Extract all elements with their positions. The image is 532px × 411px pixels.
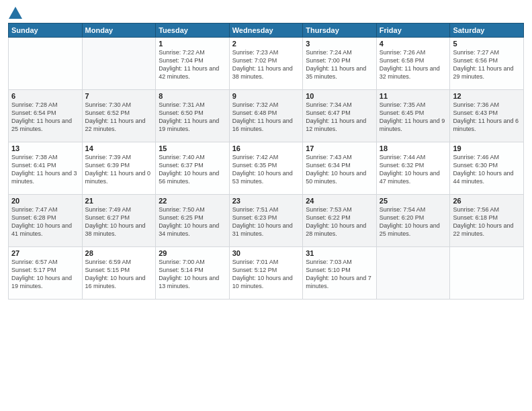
day-header-tuesday: Tuesday (156, 24, 230, 38)
week-row-5: 27Sunrise: 6:57 AM Sunset: 5:17 PM Dayli… (9, 247, 524, 300)
calendar-cell: 21Sunrise: 7:49 AM Sunset: 6:27 PM Dayli… (82, 195, 156, 247)
calendar-cell: 24Sunrise: 7:53 AM Sunset: 6:22 PM Dayli… (303, 195, 377, 247)
day-number: 16 (232, 144, 300, 152)
day-info: Sunrise: 6:59 AM Sunset: 5:15 PM Dayligh… (85, 258, 153, 291)
calendar-cell: 18Sunrise: 7:44 AM Sunset: 6:32 PM Dayli… (376, 142, 450, 195)
day-info: Sunrise: 7:35 AM Sunset: 6:45 PM Dayligh… (380, 101, 447, 134)
calendar-cell: 29Sunrise: 7:00 AM Sunset: 5:14 PM Dayli… (156, 247, 230, 300)
svg-marker-0 (9, 7, 22, 19)
calendar-cell: 19Sunrise: 7:46 AM Sunset: 6:30 PM Dayli… (450, 142, 524, 195)
days-header-row: SundayMondayTuesdayWednesdayThursdayFrid… (9, 24, 524, 38)
day-number: 14 (85, 144, 153, 152)
calendar-cell: 12Sunrise: 7:36 AM Sunset: 6:43 PM Dayli… (450, 90, 524, 142)
day-number: 2 (232, 40, 300, 48)
day-info: Sunrise: 7:01 AM Sunset: 5:12 PM Dayligh… (232, 258, 300, 291)
calendar-cell: 17Sunrise: 7:43 AM Sunset: 6:34 PM Dayli… (303, 142, 377, 195)
calendar-cell (82, 38, 156, 90)
day-info: Sunrise: 7:51 AM Sunset: 6:23 PM Dayligh… (232, 205, 300, 238)
day-number: 6 (11, 92, 79, 100)
calendar-cell: 9Sunrise: 7:32 AM Sunset: 6:48 PM Daylig… (229, 90, 303, 142)
calendar-cell: 10Sunrise: 7:34 AM Sunset: 6:47 PM Dayli… (303, 90, 377, 142)
day-number: 11 (380, 92, 447, 100)
day-number: 23 (232, 197, 300, 205)
calendar-cell: 3Sunrise: 7:24 AM Sunset: 7:00 PM Daylig… (303, 38, 377, 90)
calendar-cell: 8Sunrise: 7:31 AM Sunset: 6:50 PM Daylig… (156, 90, 230, 142)
day-number: 29 (159, 249, 226, 257)
day-number: 17 (306, 144, 373, 152)
calendar-cell: 13Sunrise: 7:38 AM Sunset: 6:41 PM Dayli… (9, 142, 83, 195)
day-number: 3 (306, 40, 373, 48)
day-number: 18 (380, 144, 447, 152)
day-number: 15 (159, 144, 226, 152)
day-info: Sunrise: 7:28 AM Sunset: 6:54 PM Dayligh… (11, 101, 79, 134)
day-number: 26 (453, 197, 521, 205)
day-info: Sunrise: 7:32 AM Sunset: 6:48 PM Dayligh… (232, 101, 300, 134)
day-info: Sunrise: 7:24 AM Sunset: 7:00 PM Dayligh… (306, 48, 373, 81)
calendar-cell: 28Sunrise: 6:59 AM Sunset: 5:15 PM Dayli… (82, 247, 156, 300)
day-info: Sunrise: 7:22 AM Sunset: 7:04 PM Dayligh… (159, 48, 226, 81)
calendar-cell: 31Sunrise: 7:03 AM Sunset: 5:10 PM Dayli… (303, 247, 377, 300)
day-number: 13 (11, 144, 79, 152)
day-header-sunday: Sunday (9, 24, 83, 38)
day-info: Sunrise: 7:23 AM Sunset: 7:02 PM Dayligh… (232, 48, 300, 81)
calendar-cell: 30Sunrise: 7:01 AM Sunset: 5:12 PM Dayli… (229, 247, 303, 300)
day-number: 20 (11, 197, 79, 205)
day-number: 31 (306, 249, 373, 257)
day-info: Sunrise: 7:38 AM Sunset: 6:41 PM Dayligh… (11, 153, 79, 186)
calendar-cell (450, 247, 524, 300)
day-number: 8 (159, 92, 226, 100)
calendar-cell: 16Sunrise: 7:42 AM Sunset: 6:35 PM Dayli… (229, 142, 303, 195)
day-info: Sunrise: 7:27 AM Sunset: 6:56 PM Dayligh… (453, 48, 521, 81)
day-header-saturday: Saturday (450, 24, 524, 38)
day-info: Sunrise: 7:36 AM Sunset: 6:43 PM Dayligh… (453, 101, 521, 134)
logo-icon (9, 7, 22, 19)
day-number: 22 (159, 197, 226, 205)
day-info: Sunrise: 7:54 AM Sunset: 6:20 PM Dayligh… (380, 205, 447, 238)
day-info: Sunrise: 6:57 AM Sunset: 5:17 PM Dayligh… (11, 258, 79, 291)
calendar-cell (9, 38, 83, 90)
calendar-cell: 1Sunrise: 7:22 AM Sunset: 7:04 PM Daylig… (156, 38, 230, 90)
day-info: Sunrise: 7:56 AM Sunset: 6:18 PM Dayligh… (453, 205, 521, 238)
day-info: Sunrise: 7:39 AM Sunset: 6:39 PM Dayligh… (85, 153, 153, 186)
day-number: 4 (380, 40, 447, 48)
day-info: Sunrise: 7:34 AM Sunset: 6:47 PM Dayligh… (306, 101, 373, 134)
calendar-cell: 14Sunrise: 7:39 AM Sunset: 6:39 PM Dayli… (82, 142, 156, 195)
calendar-table: SundayMondayTuesdayWednesdayThursdayFrid… (8, 23, 524, 300)
week-row-4: 20Sunrise: 7:47 AM Sunset: 6:28 PM Dayli… (9, 195, 524, 247)
calendar-cell: 27Sunrise: 6:57 AM Sunset: 5:17 PM Dayli… (9, 247, 83, 300)
day-header-thursday: Thursday (303, 24, 377, 38)
day-info: Sunrise: 7:40 AM Sunset: 6:37 PM Dayligh… (159, 153, 226, 186)
page-header (8, 7, 524, 19)
calendar-cell: 15Sunrise: 7:40 AM Sunset: 6:37 PM Dayli… (156, 142, 230, 195)
calendar-cell: 23Sunrise: 7:51 AM Sunset: 6:23 PM Dayli… (229, 195, 303, 247)
day-info: Sunrise: 7:50 AM Sunset: 6:25 PM Dayligh… (159, 205, 226, 238)
calendar-cell: 6Sunrise: 7:28 AM Sunset: 6:54 PM Daylig… (9, 90, 83, 142)
week-row-1: 1Sunrise: 7:22 AM Sunset: 7:04 PM Daylig… (9, 38, 524, 90)
day-number: 30 (232, 249, 300, 257)
day-info: Sunrise: 7:03 AM Sunset: 5:10 PM Dayligh… (306, 258, 373, 291)
calendar-cell (376, 247, 450, 300)
day-number: 1 (159, 40, 226, 48)
day-info: Sunrise: 7:42 AM Sunset: 6:35 PM Dayligh… (232, 153, 300, 186)
day-info: Sunrise: 7:00 AM Sunset: 5:14 PM Dayligh… (159, 258, 226, 291)
week-row-2: 6Sunrise: 7:28 AM Sunset: 6:54 PM Daylig… (9, 90, 524, 142)
calendar-cell: 26Sunrise: 7:56 AM Sunset: 6:18 PM Dayli… (450, 195, 524, 247)
calendar-cell: 2Sunrise: 7:23 AM Sunset: 7:02 PM Daylig… (229, 38, 303, 90)
day-info: Sunrise: 7:31 AM Sunset: 6:50 PM Dayligh… (159, 101, 226, 134)
day-info: Sunrise: 7:26 AM Sunset: 6:58 PM Dayligh… (380, 48, 447, 81)
day-number: 28 (85, 249, 153, 257)
day-number: 12 (453, 92, 521, 100)
day-number: 19 (453, 144, 521, 152)
day-number: 7 (85, 92, 153, 100)
calendar-cell: 11Sunrise: 7:35 AM Sunset: 6:45 PM Dayli… (376, 90, 450, 142)
day-number: 10 (306, 92, 373, 100)
day-number: 9 (232, 92, 300, 100)
day-number: 21 (85, 197, 153, 205)
calendar-cell: 4Sunrise: 7:26 AM Sunset: 6:58 PM Daylig… (376, 38, 450, 90)
logo (8, 7, 22, 19)
day-info: Sunrise: 7:44 AM Sunset: 6:32 PM Dayligh… (380, 153, 447, 186)
day-number: 25 (380, 197, 447, 205)
calendar-cell: 5Sunrise: 7:27 AM Sunset: 6:56 PM Daylig… (450, 38, 524, 90)
day-info: Sunrise: 7:53 AM Sunset: 6:22 PM Dayligh… (306, 205, 373, 238)
page-container: SundayMondayTuesdayWednesdayThursdayFrid… (0, 0, 532, 305)
